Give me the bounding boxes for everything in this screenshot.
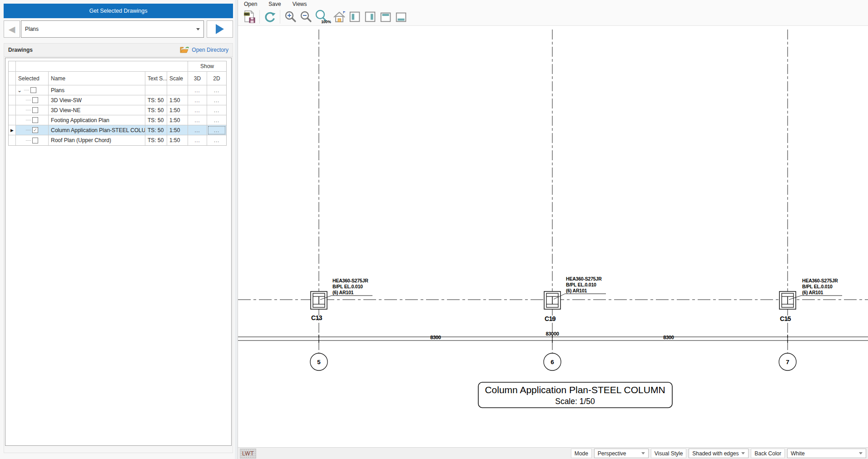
pane-right-icon [363,10,377,24]
chevron-down-icon [741,452,745,454]
grid-bubble-number: 7 [786,359,789,365]
show-2d-button[interactable]: ... [207,95,226,105]
show-2d-button[interactable]: ... [207,115,226,125]
scale-cell[interactable]: 1:50 [167,95,188,105]
tree-connector [26,110,31,110]
open-directory-link[interactable]: Open Directory [180,46,228,54]
column-mark-c13: C13 [311,314,322,321]
header-selected[interactable]: Selected [16,72,49,85]
mode-combobox[interactable]: Perspective [594,449,649,458]
table-row-roof-plan[interactable]: Roof Plan (Upper Chord) TS: 50 1:50 ... … [9,135,226,145]
grid-bubble-6: 6 [544,353,561,370]
dimension-text-6-7: 8300 [663,335,674,340]
view-top-pane-button[interactable] [378,9,393,25]
column-mark-c15: C15 [780,315,791,322]
scale-cell[interactable]: 1:50 [167,125,188,135]
table-row-3d-view-sw[interactable]: 3D View-SW TS: 50 1:50 ... ... [9,95,226,105]
chevron-down-icon [196,28,200,30]
open-directory-label[interactable]: Open Directory [192,47,228,53]
zoom-100-icon: 100% [314,10,331,24]
table-row-column-plan-selected[interactable]: ▶ ✓ Column Application Plan-STEEL COLU..… [9,125,226,135]
lineweight-toggle-button[interactable]: LWT [240,449,256,459]
text-size-cell[interactable]: TS: 50 [145,105,167,115]
name-cell[interactable]: Footing Application Plan [49,115,145,125]
name-cell[interactable]: 3D View-NE [49,105,145,115]
name-cell[interactable]: Plans [49,85,145,95]
header-text-size[interactable]: Text S... [145,72,167,85]
menu-save[interactable]: Save [268,1,281,7]
visual-style-combobox[interactable]: Shaded with edges [689,449,749,458]
row-indicator-cell [9,115,16,125]
show-3d-button[interactable]: ... [188,115,207,125]
drawings-title: Drawings [8,47,33,53]
selected-cell [16,135,49,145]
drawing-title-block: Column Application Plan-STEEL COLUMN Sca… [478,382,672,408]
text-size-cell[interactable]: TS: 50 [145,125,167,135]
name-cell[interactable]: 3D View-SW [49,95,145,105]
refresh-button[interactable] [262,9,278,25]
zoom-out-button[interactable] [298,9,313,25]
visual-style-label: Visual Style [651,449,686,458]
show-2d-button[interactable]: ... [207,135,226,145]
header-2d[interactable]: 2D [207,72,226,85]
zoom-in-button[interactable] [283,9,298,25]
row-checkbox[interactable] [30,87,36,93]
row-checkbox-checked[interactable]: ✓ [32,127,38,133]
text-size-cell[interactable]: TS: 50 [145,95,167,105]
column-application-plan-drawing: HEA360-S275JR B/PL EL.0.010 (6) AR101 C1… [238,26,868,447]
scale-cell[interactable]: 1:50 [167,105,188,115]
header-scale[interactable]: Scale [167,72,188,85]
text-size-cell[interactable]: TS: 50 [145,135,167,145]
scale-cell[interactable]: 1:50 [167,135,188,145]
mode-label: Mode [571,449,592,458]
back-color-combobox[interactable]: White [787,449,866,458]
row-checkbox[interactable] [32,138,38,143]
show-3d-button[interactable]: ... [188,95,207,105]
view-left-pane-button[interactable] [347,9,362,25]
header-3d[interactable]: 3D [188,72,207,85]
show-2d-button[interactable]: ... [207,85,226,95]
column-mark-c19: C19 [545,315,556,322]
label-section: HEA360-S275JR [802,278,838,283]
get-selected-drawings-button[interactable]: Get Selected Drawings [4,4,233,18]
selected-cell [16,115,49,125]
expander-icon[interactable]: ⌄ [17,87,24,94]
show-3d-button[interactable]: ... [188,105,207,115]
show-3d-button[interactable]: ... [188,135,207,145]
scale-cell[interactable]: 1:50 [167,115,188,125]
show-3d-button[interactable]: ... [188,85,207,95]
row-checkbox[interactable] [32,107,38,113]
row-checkbox[interactable] [32,117,38,123]
chevron-down-icon [859,452,863,454]
menu-open[interactable]: Open [244,1,257,7]
text-size-cell[interactable] [145,85,167,95]
menu-views[interactable]: Views [293,1,307,7]
name-cell[interactable]: Column Application Plan-STEEL COLU... [49,125,145,135]
table-row-3d-view-ne[interactable]: 3D View-NE TS: 50 1:50 ... ... [9,105,226,115]
show-3d-button[interactable]: ... [188,125,207,135]
get-selected-drawings-label: Get Selected Drawings [89,8,148,14]
row-checkbox[interactable] [32,97,38,103]
back-button[interactable]: ◀ [4,20,20,38]
drawing-set-value: Plans [25,26,39,32]
table-header-row: Selected Name Text S... Scale 3D 2D [9,72,226,85]
view-bottom-pane-button[interactable] [393,9,409,25]
save-image-button[interactable]: IMG [242,9,257,25]
drawing-canvas[interactable]: HEA360-S275JR B/PL EL.0.010 (6) AR101 C1… [238,26,868,447]
home-view-button[interactable] [332,9,347,25]
home-icon [332,10,347,24]
table-row-plans[interactable]: ⌄ Plans ... ... [9,85,226,95]
scale-cell[interactable] [167,85,188,95]
view-right-pane-button[interactable] [362,9,378,25]
current-row-indicator-icon: ▶ [10,128,14,133]
run-button[interactable] [207,20,233,38]
table-row-footing-plan[interactable]: Footing Application Plan TS: 50 1:50 ...… [9,115,226,125]
zoom-100-button[interactable]: 100% [313,9,332,25]
header-name[interactable]: Name [49,72,145,85]
name-cell[interactable]: Roof Plan (Upper Chord) [49,135,145,145]
text-size-cell[interactable]: TS: 50 [145,115,167,125]
show-2d-button[interactable]: ... [207,105,226,115]
drawing-set-combobox[interactable]: Plans [21,20,204,38]
header-indicator [9,72,16,85]
show-2d-button[interactable]: ... [207,125,226,135]
